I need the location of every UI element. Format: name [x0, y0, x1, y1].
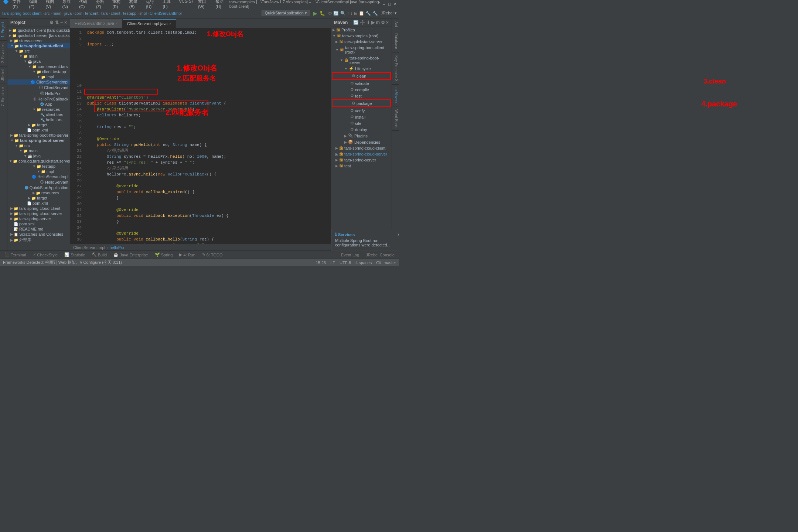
maven-refresh-icon[interactable]: 🔄	[353, 20, 359, 25]
breadcrumb-tars[interactable]: tars	[101, 11, 108, 16]
maven-plugins[interactable]: ▶ 🔌 Plugins	[331, 133, 392, 139]
maven-lifecycle-package[interactable]: ⚙ package	[332, 99, 391, 107]
maven-profiles[interactable]: ▶ 🏛 Profiles	[331, 27, 392, 33]
maven-lifecycle-test[interactable]: ⚙ test	[331, 93, 392, 99]
breadcrumb-class[interactable]: ClientServantImpl	[150, 11, 182, 16]
maven-m-icon[interactable]: m	[376, 20, 380, 25]
menu-run[interactable]: 运行(U)	[144, 0, 160, 9]
breadcrumb-item-1[interactable]: tars-spring-boot-client	[2, 11, 41, 16]
window-controls[interactable]: – □ ×	[383, 2, 396, 6]
code-content[interactable]: 1.修改Obj名 2.匹配服务名 package com.tencent.tar…	[84, 28, 331, 244]
services-chevron[interactable]: ▼	[397, 232, 399, 237]
tree-client-testapp[interactable]: ▼ 📁 client.testapp	[7, 69, 70, 74]
maven-boot-client[interactable]: ▼ 🏛 tars-spring-boot-client (root)	[331, 45, 392, 55]
tree-readme[interactable]: ▶ 📝 README.md	[7, 226, 70, 232]
tree-server-main[interactable]: ▼ 📁 main	[7, 148, 70, 153]
tree-clientservant[interactable]: ▶ Ⓘ ClientServant	[7, 85, 70, 91]
menu-vcs[interactable]: VCS(S)	[177, 0, 195, 9]
breadcrumb-testapp[interactable]: testapp	[123, 11, 136, 16]
tab-helloservantimpl[interactable]: HelloServantImpl.java ×	[70, 19, 123, 28]
maven-lifecycle-deploy[interactable]: ⚙ deploy	[331, 126, 392, 133]
menu-view[interactable]: 视图(V)	[44, 0, 59, 9]
menu-navigate[interactable]: 导航(N)	[60, 0, 76, 9]
menu-tools[interactable]: 工具(L)	[160, 0, 176, 9]
tree-scratches[interactable]: ▶ 📋 Scratches and Consoles	[7, 232, 70, 237]
bottom-tab-terminal[interactable]: ⬛ Terminal	[3, 252, 28, 257]
tree-pom-client[interactable]: ▶ 📄 pom.xml	[7, 127, 70, 133]
right-tab-maven[interactable]: m Maven	[392, 85, 399, 106]
maven-lifecycle-header[interactable]: ▼ ⚡ Lifecycle	[331, 65, 392, 72]
sort-icon[interactable]: ⇅	[55, 20, 59, 25]
tree-impl[interactable]: ▼ 📁 impl	[7, 74, 70, 79]
tree-tars-spring-boot-client[interactable]: ▼ 📁 tars-spring-boot-client	[7, 43, 70, 48]
tree-com-tencent[interactable]: ▼ 📁 com.tencent.tars	[7, 64, 70, 69]
tree-server-testapp[interactable]: ▼ 📁 testapp	[7, 164, 70, 169]
maven-download-icon[interactable]: ⬇	[366, 20, 370, 25]
maven-lifecycle-validate[interactable]: ⚙ validate	[331, 80, 392, 86]
tree-target[interactable]: ▶ 📁 target	[7, 122, 70, 127]
tree-external-libs[interactable]: ▶ 📁 外部库	[7, 237, 70, 243]
tree-server-impl[interactable]: ▼ 📁 impl	[7, 169, 70, 174]
tree-quickstart-client[interactable]: ▶ 📁 quickstart-client [tars-quickstart-s…	[7, 28, 70, 33]
maven-quickstart[interactable]: ▶ 🏛 tars-quickstart-server	[331, 39, 392, 45]
tree-cloud-server[interactable]: ▶ 📁 tars-spring-cloud-server	[7, 211, 70, 216]
minus-icon[interactable]: −	[60, 20, 63, 25]
maven-dependencies[interactable]: ▶ 📦 Dependencies	[331, 139, 392, 145]
tab-clientservantimpl[interactable]: ClientServantImpl.java ×	[123, 19, 176, 28]
maven-add-icon[interactable]: ➕	[360, 20, 365, 25]
tree-server-java[interactable]: ▼ ☕ java	[7, 153, 70, 158]
maven-lifecycle-site[interactable]: ⚙ site	[331, 120, 392, 126]
maven-spring-server[interactable]: ▶ 🏛 tars-spring-server	[331, 157, 392, 163]
tree-quickstart-server[interactable]: ▶ 📁 quickstart-server [tars-quickstart-s…	[7, 33, 70, 38]
tree-cloud-client[interactable]: ▶ 📁 tars-spring-cloud-client	[7, 206, 70, 211]
minimize-button[interactable]: –	[383, 2, 385, 6]
tree-quickstartapp[interactable]: ▶ 🅐 QuickStartApplication	[7, 185, 70, 190]
tree-resources[interactable]: ▼ 📁 resources	[7, 107, 70, 112]
right-tab-ant[interactable]: Ant	[392, 18, 399, 30]
menu-edit[interactable]: 编辑(E)	[27, 0, 43, 9]
tree-client-tars[interactable]: ▶ 🔧 client.tars	[7, 112, 70, 117]
maven-run-icon[interactable]: ▶	[371, 20, 375, 25]
close-button[interactable]: ×	[394, 2, 396, 6]
tree-http-server[interactable]: ▶ 📁 tars-spring-boot-http-server	[7, 133, 70, 138]
tree-root-pom[interactable]: ▶ 📄 pom.xml	[7, 221, 70, 226]
breadcrumb-tencent[interactable]: tencent	[85, 11, 98, 16]
maven-boot-server[interactable]: ▼ 🏛 tars-spring-boot-server	[331, 55, 392, 65]
tree-server-com[interactable]: ▼ 📁 com.qq.tars.quickstart.server	[7, 158, 70, 164]
maven-cloud-server[interactable]: ▶ 🏛 tars-spring-cloud-server	[331, 151, 392, 157]
bottom-tab-todo[interactable]: ✎ 6: TODO	[201, 252, 224, 257]
editor-method[interactable]: helloPrx	[110, 245, 125, 250]
project-panel-icons[interactable]: ⚙ ⇅ − ×	[50, 20, 67, 25]
bottom-tab-jrebel-console[interactable]: JRebel Console	[364, 253, 396, 257]
breadcrumb-java[interactable]: java	[64, 11, 72, 16]
breadcrumb-impl[interactable]: impl	[139, 11, 147, 16]
breadcrumb-com[interactable]: com	[75, 11, 82, 16]
maven-cloud-client[interactable]: ▶ 🏛 tars-spring-cloud-client	[331, 145, 392, 151]
tree-hello-tars[interactable]: ▶ 🔧 hello.tars	[7, 117, 70, 122]
maven-tars-examples[interactable]: ▼ 🏛 tars-examples (root)	[331, 33, 392, 39]
left-tab-project[interactable]: 1: Project	[0, 18, 7, 40]
tab-client-close[interactable]: ×	[169, 22, 171, 26]
debug-button[interactable]: 🐛	[320, 11, 325, 16]
maven-lifecycle-install[interactable]: ⚙ install	[331, 114, 392, 120]
tree-clientservantimpl[interactable]: ▶ 🔵 ClientServantImpl	[7, 79, 70, 85]
bottom-tab-checkstyle[interactable]: ✓ CheckStyle	[31, 252, 59, 257]
gear-icon[interactable]: ⚙	[50, 20, 54, 25]
bottom-tab-statistic[interactable]: 📊 Statistic	[63, 252, 86, 257]
bottom-tab-eventlog[interactable]: Event Log	[340, 253, 361, 257]
tree-server-target[interactable]: ▶ 📁 target	[7, 195, 70, 201]
left-tab-structure[interactable]: 7: Structure	[0, 84, 7, 109]
run-button[interactable]: ▶	[313, 10, 317, 16]
bottom-tab-run[interactable]: ▶ 4: Run	[178, 252, 197, 257]
tree-java[interactable]: ▼ ☕ java	[7, 59, 70, 64]
maven-close-icon[interactable]: ×	[386, 20, 389, 25]
bottom-tab-javaenterprise[interactable]: ☕ Java Enterprise	[112, 252, 149, 257]
bottom-tab-build[interactable]: 🔨 Build	[90, 252, 108, 257]
maven-lifecycle-compile[interactable]: ⚙ compile	[331, 86, 392, 93]
tree-main[interactable]: ▼ 📁 main	[7, 54, 70, 59]
tree-server-src[interactable]: ▼ 📁 src	[7, 143, 70, 148]
maven-toolbar-icons[interactable]: 🔄 ➕ ⬇ ▶ m ⚙ ×	[353, 20, 389, 25]
left-tab-favorites[interactable]: 2: Favorites	[0, 40, 7, 66]
bottom-tab-spring[interactable]: 🌱 Spring	[153, 252, 174, 257]
tab-hello-close[interactable]: ×	[116, 21, 118, 25]
